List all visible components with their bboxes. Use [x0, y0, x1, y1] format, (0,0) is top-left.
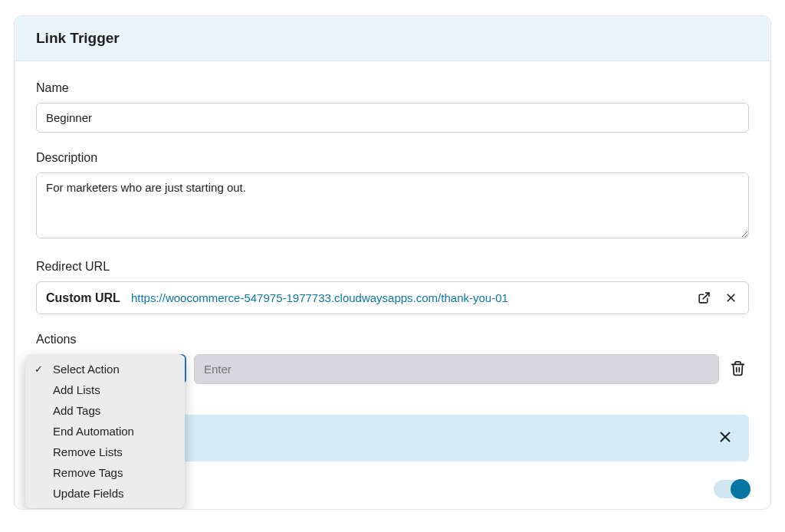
dropdown-option-label: Update Fields	[53, 487, 124, 500]
action-select-wrap: Select Action ✓Select ActionAdd ListsAdd…	[36, 354, 186, 384]
description-textarea[interactable]: For marketers who are just starting out.	[36, 172, 749, 238]
close-icon	[724, 291, 737, 304]
dropdown-option-label: End Automation	[53, 425, 134, 438]
redirect-row: Custom URL https://woocommerce-547975-19…	[36, 281, 749, 314]
link-trigger-card: Link Trigger Name Description For market…	[14, 15, 771, 510]
redirect-label: Redirect URL	[36, 260, 749, 274]
name-input[interactable]	[36, 103, 749, 133]
dropdown-option-label: Select Action	[53, 363, 120, 376]
dropdown-option[interactable]: ✓Select Action	[25, 359, 185, 379]
dropdown-option[interactable]: Add Tags	[25, 400, 185, 421]
card-body: Name Description For marketers who are j…	[15, 61, 770, 509]
dropdown-option[interactable]: Add Lists	[25, 379, 185, 400]
dropdown-option[interactable]: End Automation	[25, 421, 185, 442]
action-select-dropdown: ✓Select ActionAdd ListsAdd TagsEnd Autom…	[25, 354, 185, 508]
dropdown-option-label: Add Lists	[53, 383, 100, 396]
dropdown-option[interactable]: Remove Lists	[25, 442, 185, 462]
svg-line-0	[703, 293, 709, 299]
clear-redirect-button[interactable]	[723, 290, 739, 306]
name-label: Name	[36, 81, 749, 95]
check-icon: ✓	[34, 363, 47, 375]
actions-field-group: Actions Select Action ✓Select ActionAdd …	[36, 333, 749, 384]
action-value-input[interactable]	[194, 354, 719, 384]
description-field-group: Description For marketers who are just s…	[36, 151, 749, 241]
notice-close-button[interactable]	[715, 427, 735, 449]
redirect-field-group: Redirect URL Custom URL https://woocomme…	[36, 260, 749, 314]
dropdown-option[interactable]: Update Fields	[25, 483, 185, 504]
open-external-button[interactable]	[696, 290, 712, 306]
redirect-url-link[interactable]: https://woocommerce-547975-1977733.cloud…	[131, 291, 685, 304]
external-link-icon	[698, 291, 711, 304]
toggle-switch[interactable]	[714, 480, 749, 498]
dropdown-option-label: Remove Lists	[53, 445, 123, 458]
card-header: Link Trigger	[15, 16, 770, 61]
actions-label: Actions	[36, 333, 749, 346]
actions-row: Select Action ✓Select ActionAdd ListsAdd…	[36, 354, 749, 384]
redirect-type: Custom URL	[46, 291, 120, 305]
page-title: Link Trigger	[36, 30, 749, 47]
dropdown-option[interactable]: Remove Tags	[25, 462, 185, 483]
delete-action-button[interactable]	[727, 357, 749, 382]
close-icon	[717, 429, 734, 445]
toggle-knob	[731, 479, 751, 499]
dropdown-option-label: Add Tags	[53, 404, 100, 417]
description-label: Description	[36, 151, 749, 165]
trash-icon	[730, 360, 746, 376]
name-field-group: Name	[36, 81, 749, 133]
dropdown-option-label: Remove Tags	[53, 466, 123, 479]
